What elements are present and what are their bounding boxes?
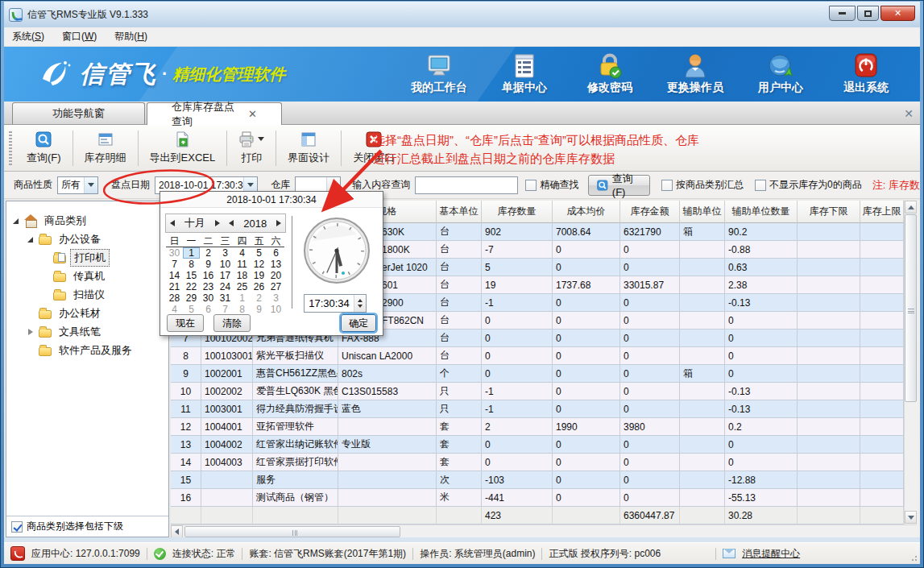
tree-expander-icon[interactable] <box>13 218 19 224</box>
now-button[interactable]: 现在 <box>167 314 204 332</box>
clear-button[interactable]: 清除 <box>213 314 251 332</box>
workbench-button[interactable]: 我的工作台 <box>406 53 472 95</box>
resize-grip[interactable] <box>909 553 918 562</box>
toolbar-ui-design-button[interactable]: 界面设计 <box>277 127 340 169</box>
tree-item-扫描仪[interactable]: 扫描仪 <box>6 285 168 304</box>
day[interactable]: 6 <box>200 304 217 315</box>
scroll-down-icon[interactable] <box>905 511 917 524</box>
day[interactable]: 13 <box>267 259 284 270</box>
tree-item-软件产品及服务[interactable]: 软件产品及服务 <box>6 341 168 359</box>
horizontal-scroll-thumb[interactable] <box>184 526 400 537</box>
day[interactable]: 15 <box>183 270 200 281</box>
table-row[interactable]: 15服务次-10300-12.88 <box>171 471 904 489</box>
day[interactable]: 9 <box>251 304 267 315</box>
day[interactable]: 1 <box>234 292 251 304</box>
day[interactable]: 7 <box>217 304 234 315</box>
day[interactable]: 4 <box>234 247 251 259</box>
toolbar-print-button[interactable]: 打印 <box>228 127 275 169</box>
table-row[interactable]: 8100103001紫光平板扫描仪Uniscan LA2000台0000 <box>171 347 904 365</box>
table-row[interactable]: 91002001惠普CH561ZZ黑色墨盒802s个000箱0 <box>171 365 904 383</box>
exact-search-checkbox[interactable] <box>525 180 537 191</box>
horizontal-scrollbar[interactable] <box>171 524 917 537</box>
tab-inventory-query[interactable]: 仓库库存盘点查询✕ <box>147 102 282 125</box>
day[interactable]: 8 <box>183 259 200 270</box>
group-by-category-checkbox[interactable] <box>661 180 673 191</box>
nature-select[interactable]: 所有 <box>57 176 98 194</box>
message-center-link[interactable]: 消息提醒中心 <box>742 547 800 561</box>
tree-item-商品类别[interactable]: 商品类别 <box>6 211 168 230</box>
time-spin-buttons[interactable] <box>354 295 366 312</box>
table-row[interactable]: 16测试商品（钢管）米-44100-55.13 <box>171 489 904 507</box>
day[interactable]: 30 <box>200 292 217 304</box>
menu-system[interactable]: 系统(S) <box>12 30 44 44</box>
day[interactable]: 26 <box>251 281 267 292</box>
time-spinner[interactable]: 17:30:34 <box>304 294 367 313</box>
day[interactable]: 4 <box>166 304 183 315</box>
vertical-scroll-thumb[interactable] <box>905 214 917 402</box>
day[interactable]: 14 <box>166 270 183 281</box>
day[interactable]: 6 <box>267 247 284 259</box>
tree-item-办公设备[interactable]: 办公设备 <box>6 230 168 248</box>
tab-close-icon[interactable]: ✕ <box>248 108 257 120</box>
exit-system-button[interactable]: 退出系统 <box>833 53 899 95</box>
include-subcategory-checkbox[interactable] <box>11 521 23 533</box>
day[interactable]: 31 <box>217 292 234 304</box>
tab-nav-window[interactable]: 功能导航窗 <box>12 102 145 124</box>
prev-month-icon[interactable] <box>170 220 175 226</box>
toolbar-export-excel-button[interactable]: 导出到EXCEL <box>139 127 226 169</box>
day[interactable]: 30 <box>166 247 183 259</box>
day[interactable]: 2 <box>251 292 267 304</box>
day[interactable]: 21 <box>166 281 183 292</box>
day[interactable]: 7 <box>166 259 183 270</box>
day[interactable]: 10 <box>217 259 234 270</box>
scroll-up-icon[interactable] <box>905 201 917 214</box>
day[interactable]: 19 <box>251 270 267 281</box>
day[interactable]: 12 <box>251 259 267 270</box>
day[interactable]: 5 <box>183 304 200 315</box>
day[interactable]: 22 <box>183 281 200 292</box>
table-summary-row[interactable]: 4236360447.8730.28 <box>171 507 904 524</box>
day[interactable]: 18 <box>234 270 251 281</box>
day[interactable]: 24 <box>217 281 234 292</box>
minimize-button[interactable] <box>829 6 856 21</box>
vertical-scrollbar[interactable] <box>904 201 917 524</box>
menu-window[interactable]: 窗口(W) <box>62 30 97 44</box>
tree-expander-icon[interactable] <box>27 329 34 335</box>
selected-day[interactable]: 1 <box>183 247 200 259</box>
toolbar-detail-button[interactable]: 库存明细 <box>74 127 137 169</box>
tree-item-传真机[interactable]: 传真机 <box>6 267 168 285</box>
day[interactable]: 2 <box>200 247 217 259</box>
day[interactable]: 16 <box>200 270 217 281</box>
toolbar-query-button[interactable]: 查询(F) <box>16 127 72 169</box>
switch-operator-button[interactable]: 更换操作员 <box>662 53 728 95</box>
next-year-icon[interactable] <box>276 220 281 226</box>
query-button[interactable]: 查询(F) <box>588 175 650 196</box>
tree-item-文具纸笔[interactable]: 文具纸笔 <box>6 322 168 341</box>
day[interactable]: 8 <box>234 304 251 315</box>
print-dropdown-caret-icon[interactable] <box>258 137 264 141</box>
day[interactable]: 9 <box>200 259 217 270</box>
next-month-icon[interactable] <box>215 220 220 226</box>
day[interactable]: 11 <box>234 259 251 270</box>
tabstrip-close-icon[interactable]: ✕ <box>904 107 914 120</box>
table-row[interactable]: 101002002爱普生LQ630K 黑色色C13S015583只-100-0.… <box>171 383 904 400</box>
user-center-button[interactable]: 用户中心 <box>748 53 814 95</box>
day[interactable]: 28 <box>166 292 183 304</box>
day[interactable]: 20 <box>267 270 284 281</box>
day[interactable]: 29 <box>183 292 200 304</box>
prev-year-icon[interactable] <box>229 220 234 226</box>
table-row[interactable]: 141004003红管家票据打印软件套0000 <box>171 454 904 471</box>
chevron-down-icon[interactable] <box>84 177 97 193</box>
documents-center-button[interactable]: 单据中心 <box>491 53 557 95</box>
day[interactable]: 25 <box>234 281 251 292</box>
scroll-left-icon[interactable] <box>171 525 183 537</box>
day[interactable]: 27 <box>267 281 284 292</box>
table-row[interactable]: 121004001亚拓管理软件套2199039800.2 <box>171 418 904 436</box>
table-row[interactable]: 131004002红管家出纳记账软件专业版套0000 <box>171 436 904 454</box>
day[interactable]: 3 <box>267 292 284 304</box>
ok-button[interactable]: 确定 <box>341 314 376 332</box>
maximize-button[interactable] <box>857 6 879 21</box>
hide-zero-stock-checkbox[interactable] <box>755 180 766 191</box>
close-button[interactable]: ✕ <box>880 6 915 21</box>
menu-help[interactable]: 帮助(H) <box>114 30 147 44</box>
